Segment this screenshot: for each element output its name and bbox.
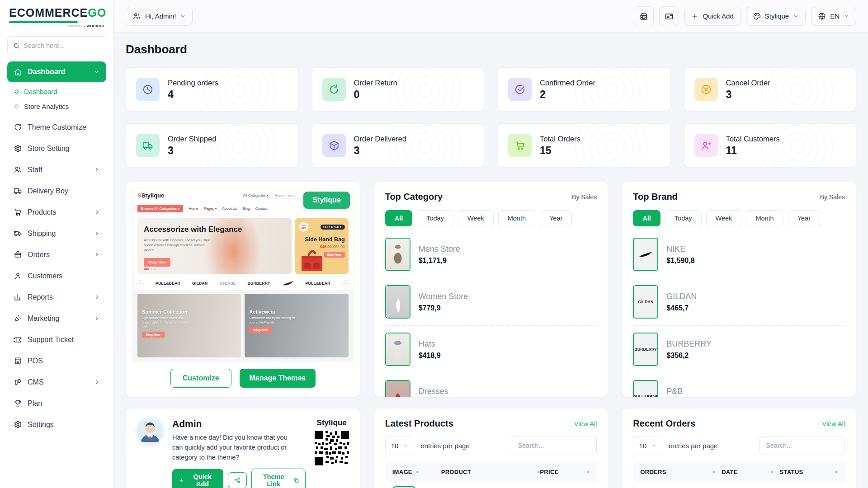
staff-icon [14, 165, 22, 174]
clock-icon [142, 84, 154, 95]
delivery-truck-icon [14, 187, 22, 195]
orders-icon [14, 250, 22, 259]
tab-all[interactable]: All [385, 210, 413, 226]
sidebar: ECOMMERCEGO Powered By WORKDO Dashboard … [0, 0, 114, 488]
chevron-down-icon [844, 13, 849, 19]
tab-year[interactable]: Year [788, 210, 820, 226]
sidebar-item-store-setting[interactable]: Store Setting [7, 138, 106, 159]
language-select-button[interactable]: EN [811, 7, 856, 26]
mini-sale-now-button: Sale Now [324, 252, 345, 258]
mini-tile-button: Shop Now [142, 332, 165, 338]
mini-site-logo: SStylique [137, 192, 164, 199]
mini-hero: Accessorize with Elegance Accessorize wi… [137, 218, 292, 274]
recent-orders-view-all[interactable]: View All [822, 420, 845, 427]
sidebar-item-pos[interactable]: POS [7, 350, 106, 371]
bullet-icon [14, 104, 19, 108]
chevron-right-icon [94, 315, 100, 321]
sidebar-subitem-dashboard[interactable]: Dashboard [7, 84, 106, 99]
sidebar-search-input[interactable] [24, 42, 100, 49]
column-image[interactable]: IMAGE [392, 469, 441, 475]
category-list-item: Mens Store$1,171,9 [385, 231, 597, 278]
share-button[interactable] [228, 472, 247, 488]
tab-today[interactable]: Today [417, 210, 453, 226]
decorative-rings [571, 123, 652, 168]
stat-total-orders: Total Orders15 [498, 123, 670, 168]
plan-card-button[interactable] [659, 6, 679, 26]
users-icon [132, 12, 141, 20]
sidebar-item-staff[interactable]: Staff [7, 159, 106, 180]
plus-icon [179, 477, 184, 483]
theme-preview-card: Stylique SStylique All Categories ▾ Sear… [126, 181, 360, 397]
sidebar-item-theme-customize[interactable]: Theme Customize [7, 117, 106, 138]
tab-week[interactable]: Week [706, 210, 742, 226]
category-list-item: Hats$418,9 [385, 326, 597, 373]
home-icon [14, 68, 22, 76]
top-category-card: Top Category By Sales All Today Week Mon… [374, 181, 609, 397]
content: Dashboard Pending orders4 Order Return0 … [114, 33, 868, 488]
tab-all[interactable]: All [633, 210, 660, 226]
column-date[interactable]: DATE [722, 469, 779, 475]
nike-swoosh-icon [639, 252, 652, 257]
tab-month[interactable]: Month [746, 210, 783, 226]
mini-categories-dropdown: All Categories ▾ [243, 193, 269, 197]
storefront-button[interactable] [634, 6, 654, 26]
sidebar-item-customers[interactable]: Customers [7, 265, 106, 286]
entries-per-page-label: entries per page [420, 442, 469, 450]
latest-products-view-all[interactable]: View All [574, 420, 597, 427]
sidebar-item-settings[interactable]: Settings [7, 414, 106, 435]
orders-search-input[interactable] [759, 436, 845, 455]
truck-icon [142, 140, 154, 151]
latest-products-title: Latest Products [385, 418, 453, 429]
mini-promo-card: 10%OFF SUPER SALE Side Hand Bag $46.00$5… [295, 218, 349, 274]
sidebar-item-shipping[interactable]: Shipping [7, 223, 106, 244]
sidebar-item-dashboard[interactable]: Dashboard [7, 61, 106, 82]
tab-week[interactable]: Week [458, 210, 494, 226]
entries-per-page-select[interactable]: 10 [633, 436, 662, 455]
shipping-icon [14, 229, 22, 238]
sidebar-subitem-store-analytics[interactable]: Store Analytics [7, 99, 106, 114]
category-thumbnail [385, 238, 410, 271]
products-search-input[interactable] [511, 436, 597, 455]
chevron-right-icon [94, 230, 100, 236]
column-product[interactable]: PRODUCT [441, 469, 540, 475]
tab-today[interactable]: Today [665, 210, 702, 226]
theme-site-preview[interactable]: SStylique All Categories ▾ Search here..… [132, 188, 354, 362]
user-menu-button[interactable]: Hi, Admin! [126, 7, 193, 26]
mini-browse-categories-button: Browse All Categories ▾ [137, 205, 183, 212]
product-thumbnail [392, 486, 416, 488]
stat-order-delivered: Order Delivered3 [312, 123, 485, 168]
bottom-row: Admin Have a nice day! Did you know that… [126, 408, 856, 488]
theme-link-button[interactable]: Theme Link [251, 469, 306, 488]
sidebar-item-orders[interactable]: Orders [7, 244, 106, 265]
quick-add-button[interactable]: Quick Add [684, 7, 740, 26]
nike-swoosh-icon [282, 281, 294, 286]
column-status[interactable]: STATUS [780, 469, 838, 475]
column-orders[interactable]: ORDERS [640, 469, 722, 475]
manage-themes-button[interactable]: Manage Themes [240, 369, 316, 388]
discount-burst: 10%OFF [299, 222, 309, 232]
tab-year[interactable]: Year [540, 210, 572, 226]
sidebar-item-cms[interactable]: CMS [7, 371, 106, 393]
brand-name-go: GO [88, 6, 106, 19]
sidebar-item-products[interactable]: Products [7, 202, 106, 223]
column-price[interactable]: PRICE [540, 469, 590, 475]
sidebar-item-plan[interactable]: Plan [7, 393, 106, 414]
entries-per-page-select[interactable]: 10 [385, 436, 415, 455]
sidebar-item-support-ticket[interactable]: Support Ticket [7, 329, 106, 350]
brand-list-item: NIKE$1,590,8 [633, 231, 845, 278]
sidebar-item-reports[interactable]: Reports [7, 286, 106, 308]
marketing-icon [14, 314, 22, 323]
brand-list-item: BURBERRY BURBERRY$356,2 [633, 326, 845, 373]
admin-quick-add-button[interactable]: Quick Add [172, 469, 223, 488]
brand-logo[interactable]: ECOMMERCEGO Powered By WORKDO [7, 0, 106, 31]
sidebar-item-delivery-boy[interactable]: Delivery Boy [7, 180, 106, 202]
trophy-icon [14, 399, 22, 408]
brand-thumbnail-burberry: BURBERRY [633, 333, 658, 366]
theme-select-button[interactable]: Stylique [746, 7, 806, 26]
check-circle-icon [514, 84, 526, 95]
stat-order-return: Order Return0 [312, 67, 485, 112]
sidebar-item-marketing[interactable]: Marketing [7, 308, 106, 329]
brand-list-item: GILDAN GILDAN$465,7 [633, 278, 845, 325]
customize-button[interactable]: Customize [170, 369, 231, 388]
tab-month[interactable]: Month [498, 210, 535, 226]
